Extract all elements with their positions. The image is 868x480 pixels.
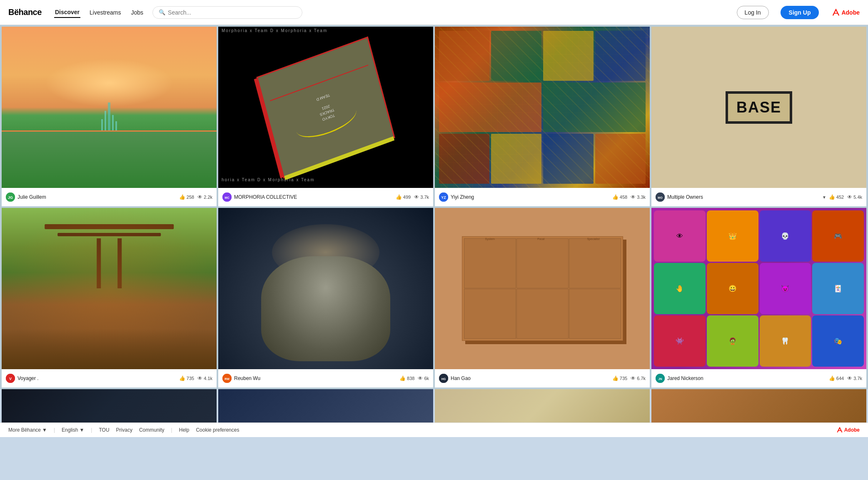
card-1-likes: 258 bbox=[187, 195, 194, 200]
like-icon-8: 👍 bbox=[829, 375, 835, 381]
like-icon-7: 👍 bbox=[612, 375, 619, 381]
like-icon-4: 👍 bbox=[829, 194, 835, 200]
partial-card-1[interactable] bbox=[2, 389, 217, 422]
navbar: Bëhance Discover Livestreams Jobs 🔍 Log … bbox=[0, 0, 868, 25]
card-2[interactable]: Morphoria x Team D x Morphoria x Team ho… bbox=[218, 27, 433, 206]
view-icon-5: 👁 bbox=[197, 375, 202, 381]
view-icon: 👁 bbox=[197, 194, 202, 200]
card-1-stats: 👍258 👁2.2k bbox=[179, 194, 212, 200]
partial-card-4[interactable] bbox=[651, 389, 866, 422]
card-2-stats: 👍499 👁3.7k bbox=[396, 194, 429, 200]
partial-row-3 bbox=[0, 389, 868, 422]
search-bar: 🔍 bbox=[152, 6, 302, 19]
card-2-views: 3.7k bbox=[420, 195, 429, 200]
adobe-label: Adobe bbox=[841, 9, 860, 16]
svg-text:JG: JG bbox=[8, 195, 13, 200]
card-3-views: 3.3k bbox=[637, 195, 646, 200]
card-1-author: Julie Guillem bbox=[17, 194, 177, 200]
like-icon-5: 👍 bbox=[179, 375, 185, 381]
nav-link-jobs[interactable]: Jobs bbox=[130, 8, 145, 18]
card-6[interactable]: RW Reuben Wu 👍838 👁6k bbox=[218, 208, 433, 388]
card-8-stats: 👍644 👁3.7k bbox=[829, 375, 862, 381]
card-7-views: 6.7k bbox=[637, 376, 646, 381]
more-behance-arrow: ▼ bbox=[42, 427, 47, 433]
card-2-likes: 499 bbox=[403, 195, 411, 200]
search-icon: 🔍 bbox=[159, 9, 165, 15]
card-3-stats: 👍458 👁3.3k bbox=[612, 194, 646, 200]
like-icon-6: 👍 bbox=[399, 375, 406, 381]
login-button[interactable]: Log In bbox=[737, 6, 769, 19]
card-4-likes: 452 bbox=[836, 195, 844, 200]
like-icon: 👍 bbox=[179, 194, 185, 200]
svg-text:RW: RW bbox=[224, 378, 229, 380]
card-7-footer: HG Han Gao 👍735 👁6.7k bbox=[435, 369, 650, 388]
footer-sep-1: | bbox=[54, 427, 55, 433]
svg-text:V: V bbox=[9, 377, 12, 381]
like-icon-3: 👍 bbox=[612, 194, 619, 200]
card-5-stats: 👍735 👁4.1k bbox=[179, 375, 212, 381]
view-icon-8: 👁 bbox=[847, 375, 852, 381]
card-4-author: Multiple Owners bbox=[667, 194, 820, 200]
card-5-avatar: V bbox=[6, 374, 15, 383]
signup-button[interactable]: Sign Up bbox=[781, 6, 819, 19]
card-8[interactable]: 👁 👑 💀 🎮 🤚 😀 😈 🃏 👾 🧟 🦷 🎭 JN Jared Nickers… bbox=[651, 208, 866, 388]
card-3[interactable]: YZ Yiyi Zheng 👍458 👁3.3k bbox=[435, 27, 650, 206]
partial-card-3[interactable] bbox=[435, 389, 650, 422]
partial-card-2[interactable] bbox=[218, 389, 433, 422]
svg-text:JN: JN bbox=[658, 378, 662, 380]
card-2-footer: MC MORPHORIA COLLECTIVE 👍499 👁3.7k bbox=[218, 188, 433, 206]
card-7-stats: 👍735 👁6.7k bbox=[612, 375, 646, 381]
artwork-grid: JG Julie Guillem 👍258 👁2.2k Morphoria x … bbox=[0, 25, 868, 389]
footer-tou-link[interactable]: TOU bbox=[99, 427, 109, 433]
card-7[interactable]: SystemFocalSpecialist HG Han Gao 👍735 👁6… bbox=[435, 208, 650, 388]
svg-text:MC: MC bbox=[225, 196, 229, 199]
footer-community-link[interactable]: Community bbox=[139, 427, 165, 433]
card-1-views: 2.2k bbox=[204, 195, 212, 200]
nav-link-livestreams[interactable]: Livestreams bbox=[89, 8, 122, 18]
card-5-views: 4.1k bbox=[204, 376, 212, 381]
search-input[interactable] bbox=[168, 9, 296, 16]
card-3-likes: 458 bbox=[620, 195, 627, 200]
card-8-author: Jared Nickerson bbox=[667, 375, 826, 381]
footer-privacy-link[interactable]: Privacy bbox=[116, 427, 132, 433]
footer-sep-3: | bbox=[171, 427, 172, 433]
card-3-author: Yiyi Zheng bbox=[451, 194, 610, 200]
card-6-author: Reuben Wu bbox=[234, 375, 397, 381]
card-2-avatar: MC bbox=[222, 192, 232, 202]
card-7-avatar: HG bbox=[439, 374, 448, 383]
card-1[interactable]: JG Julie Guillem 👍258 👁2.2k bbox=[2, 27, 217, 206]
card-8-likes: 644 bbox=[836, 376, 844, 381]
card-5[interactable]: V Voyager . 👍735 👁4.1k bbox=[2, 208, 217, 388]
footer-sep-2: | bbox=[91, 427, 92, 433]
footer-adobe-label: Adobe bbox=[844, 427, 860, 433]
view-icon-4: 👁 bbox=[847, 194, 852, 200]
card-3-avatar: YZ bbox=[439, 192, 448, 202]
card-6-footer: RW Reuben Wu 👍838 👁6k bbox=[218, 369, 433, 388]
svg-text:YZ: YZ bbox=[441, 195, 446, 200]
card-2-author: MORPHORIA COLLECTIVE bbox=[234, 194, 393, 200]
more-behance-dropdown[interactable]: More Bëhance ▼ bbox=[8, 427, 47, 433]
card-4-avatar: MO bbox=[656, 192, 665, 202]
card-6-likes: 838 bbox=[407, 376, 414, 381]
footer-cookie-link[interactable]: Cookie preferences bbox=[196, 427, 239, 433]
card-6-avatar: RW bbox=[222, 374, 232, 383]
footer-adobe: Adobe bbox=[837, 427, 860, 433]
language-dropdown[interactable]: English ▼ bbox=[62, 427, 84, 433]
card-6-views: 6k bbox=[424, 376, 429, 381]
adobe-logo: Adobe bbox=[832, 9, 860, 16]
card-3-footer: YZ Yiyi Zheng 👍458 👁3.3k bbox=[435, 188, 650, 206]
card-1-avatar: JG bbox=[6, 192, 15, 202]
nav-link-discover[interactable]: Discover bbox=[54, 7, 80, 18]
language-arrow: ▼ bbox=[79, 427, 84, 433]
footer-help-link[interactable]: Help bbox=[179, 427, 190, 433]
svg-text:HG: HG bbox=[441, 378, 446, 380]
card-4-dropdown-icon[interactable]: ▼ bbox=[822, 195, 826, 200]
card-1-footer: JG Julie Guillem 👍258 👁2.2k bbox=[2, 188, 217, 206]
svg-text:MO: MO bbox=[658, 196, 663, 199]
card-7-likes: 735 bbox=[620, 376, 627, 381]
card-5-footer: V Voyager . 👍735 👁4.1k bbox=[2, 369, 217, 388]
view-icon-2: 👁 bbox=[414, 194, 419, 200]
card-4[interactable]: BASE MO Multiple Owners ▼ 👍452 👁5.4k bbox=[651, 27, 866, 206]
footer: More Bëhance ▼ | English ▼ | TOU Privacy… bbox=[0, 422, 868, 437]
card-4-views: 5.4k bbox=[853, 195, 862, 200]
